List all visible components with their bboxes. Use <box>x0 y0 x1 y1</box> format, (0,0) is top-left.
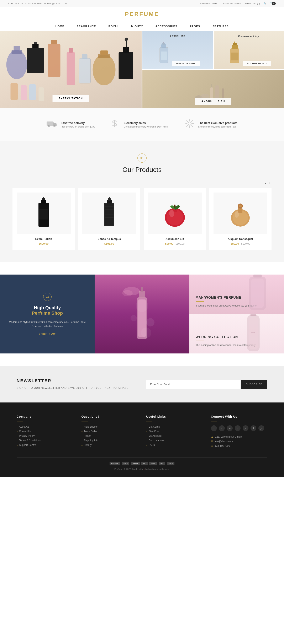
social-icons: f t in p yt li g+ <box>211 425 267 431</box>
footer-link-track[interactable]: Track Order <box>84 430 97 433</box>
pinterest-icon[interactable]: p <box>235 425 240 431</box>
svg-rect-9 <box>69 48 73 52</box>
footer-link-support[interactable]: Support Centre <box>19 444 36 446</box>
list-item: Return <box>82 434 138 437</box>
paypal-badge: PAYPAL <box>110 462 120 466</box>
product-name: Accumsan Elit <box>148 237 202 240</box>
footer-link-history[interactable]: History <box>84 444 92 446</box>
shop-right-panel: MAN/WOMEN'S PERFUME If you are looking f… <box>189 274 284 354</box>
nav-home[interactable]: HOME <box>55 25 64 28</box>
footer-link-myaccount[interactable]: My Account <box>149 434 162 437</box>
product-price-new: $80.00 <box>230 242 239 245</box>
products-prev-btn[interactable]: ‹ <box>264 180 268 186</box>
contact-email: ✉ info@demo.com <box>211 440 267 443</box>
nav-royal[interactable]: ROYAL <box>108 25 119 28</box>
footer-questions-divider <box>82 422 88 422</box>
logo[interactable]: PERFUME <box>125 11 159 18</box>
nav-accessories[interactable]: ACCESSORIES <box>155 25 177 28</box>
products-next-btn[interactable]: › <box>267 180 271 186</box>
footer-connect-divider <box>211 422 217 422</box>
product-card: Accumsan Elit $90.00 $100.00 <box>144 188 206 250</box>
product-bottle-1 <box>36 197 51 230</box>
linkedin-icon[interactable]: li <box>250 425 256 431</box>
mc-badge: MC <box>141 462 148 466</box>
footer-link-sizechart[interactable]: Size Chart <box>149 430 160 433</box>
footer-link-giftcards[interactable]: Gift Cards <box>149 425 160 428</box>
hero-left-btn[interactable]: EXERCI TATION <box>52 95 89 102</box>
feature-delivery-title: Fast free delivery <box>61 121 95 124</box>
product-name: Exerci Tation <box>17 237 71 240</box>
newsletter-email-input[interactable] <box>146 380 241 389</box>
language-selector[interactable]: ENGLISH / USD <box>200 2 217 5</box>
cart-icon[interactable]: 🛒0 <box>270 2 276 6</box>
nav-features[interactable]: FEATURES <box>213 25 229 28</box>
footer-link-shipping[interactable]: Shipping Info <box>84 439 98 442</box>
product-pricing: $101.00 <box>82 242 136 246</box>
search-icon[interactable]: 🔍 <box>264 2 266 5</box>
svg-line-52 <box>186 120 188 122</box>
hero-bottom-btn[interactable]: ANDOUILLE EU <box>195 98 231 105</box>
mc2-badge: MC <box>159 462 165 466</box>
hero-card-2-label: ACCUMSAN ELIT <box>243 61 271 66</box>
newsletter-subscribe-btn[interactable]: SUBSCRIBE <box>241 380 267 389</box>
footer-company-divider <box>17 422 23 422</box>
product-card: Exerci Tation $600.00 <box>13 188 75 250</box>
twitter-icon[interactable]: t <box>219 425 225 431</box>
products-grid: Exerci Tation $600.00 <box>0 188 284 250</box>
footer-link-terms[interactable]: Terms & Conditions <box>19 439 41 442</box>
svg-rect-87 <box>139 291 145 298</box>
visa-badge: VISA <box>122 462 129 466</box>
product-image-area <box>213 192 267 234</box>
svg-point-18 <box>125 38 128 41</box>
nav-fragrance[interactable]: FRAGRANCE <box>77 25 96 28</box>
product-image-area <box>148 192 202 234</box>
footer-link-contact[interactable]: Contact Us <box>19 430 31 433</box>
svg-point-84 <box>235 211 239 218</box>
products-nav: ‹ › <box>0 180 284 188</box>
feature-sales-title: Extremely sales <box>124 121 168 124</box>
login-link[interactable]: LOGIN / REGISTER <box>221 2 241 5</box>
feature-delivery-desc: Free delivery on orders over $199 <box>61 126 95 128</box>
list-item: Terms & Conditions <box>17 439 73 442</box>
dollar-icon: $ <box>112 118 120 130</box>
svg-rect-10 <box>79 58 91 83</box>
hero-card-1-bottle <box>156 41 172 66</box>
product-image-area <box>17 192 71 234</box>
footer-link-return[interactable]: Return <box>84 434 91 437</box>
footer-link-help[interactable]: Help Support <box>84 425 98 428</box>
product-price-new: $90.00 <box>165 242 173 245</box>
footer-link-locations[interactable]: Our Locations <box>149 439 164 442</box>
contact-address: ▲ 123, Lorem Ipsum, India <box>211 435 267 438</box>
hero-card-essence: Essence Lily ACCUMSAN ELIT <box>214 31 284 69</box>
list-item: My Account <box>146 434 203 437</box>
shop-title: High Quality Perfume Shop <box>32 305 63 316</box>
product-pricing: $80.00 $100.00 <box>213 242 267 246</box>
svg-point-90 <box>122 290 133 296</box>
youtube-icon[interactable]: yt <box>243 425 248 431</box>
footer-link-about[interactable]: About Us <box>19 425 29 428</box>
footer-link-privacy[interactable]: Privacy Policy <box>19 434 35 437</box>
svg-rect-26 <box>162 43 165 45</box>
newsletter-section: NEWSLETTER SIGN UP TO OUR NEWSLETTER AND… <box>0 366 284 402</box>
product-name: Aliquam Consequat <box>213 237 267 240</box>
svg-rect-24 <box>161 52 167 60</box>
instagram-icon[interactable]: in <box>227 425 233 431</box>
hero-card-2-title: Essence Lily <box>214 35 284 38</box>
wishlist-link[interactable]: WISH LIST (0) <box>245 2 260 5</box>
shop-now-btn[interactable]: SHOP NOW <box>39 332 56 336</box>
facebook-icon[interactable]: f <box>211 425 217 431</box>
footer-company-title: Company <box>17 415 73 418</box>
features-section: Fast free delivery Free delivery on orde… <box>0 108 284 141</box>
product-price-old: $100.00 <box>175 242 184 245</box>
footer-useful-title: Useful Links <box>146 415 203 418</box>
googleplus-icon[interactable]: g+ <box>258 425 264 431</box>
product-card: Donec Ac Tempus $101.00 <box>78 188 141 250</box>
list-item: History <box>82 444 138 446</box>
nav-mighty[interactable]: MIGHTY <box>131 25 143 28</box>
nav-pages[interactable]: PAGES <box>190 25 200 28</box>
svg-rect-15 <box>119 52 133 79</box>
feature-sales-desc: Great discounts every weekend. Don't mis… <box>124 126 168 128</box>
svg-point-93 <box>131 315 137 321</box>
svg-point-83 <box>239 204 242 208</box>
footer-link-faqs[interactable]: FAQs <box>149 444 155 446</box>
